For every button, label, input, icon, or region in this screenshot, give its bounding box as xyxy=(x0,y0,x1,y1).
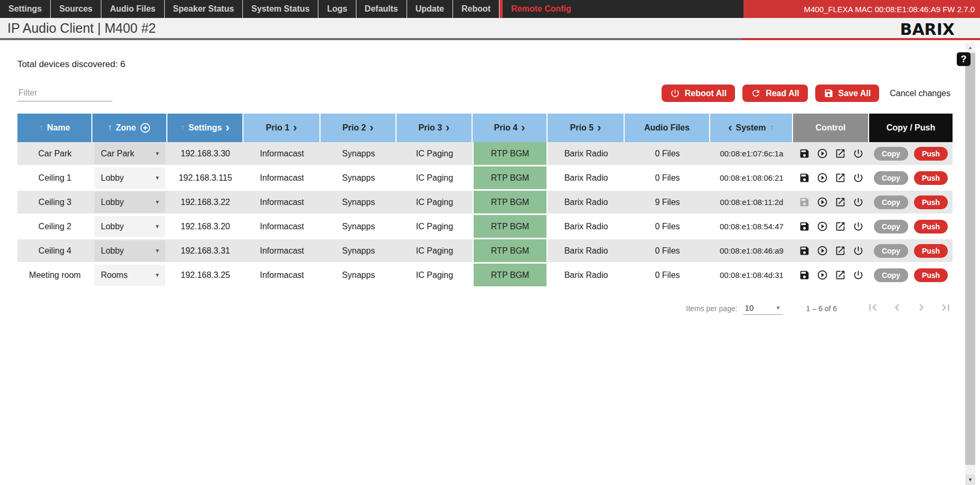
tab-speaker-status[interactable]: Speaker Status xyxy=(165,0,243,18)
copy-button[interactable]: Copy xyxy=(874,171,908,185)
play-icon-button[interactable] xyxy=(817,221,828,232)
zone-select[interactable]: Lobby ▼ xyxy=(95,240,165,262)
chevron-down-icon: ▼ xyxy=(155,175,160,181)
open-in-new-icon-button[interactable] xyxy=(835,221,846,232)
power-icon-button[interactable] xyxy=(853,197,864,208)
audio-files-cell: 0 Files xyxy=(625,142,710,165)
open-in-new-icon-button[interactable] xyxy=(835,269,846,281)
column-header-system[interactable]: ‹ System ↑ xyxy=(710,114,792,142)
device-name-cell: Car Park xyxy=(17,142,92,165)
prio4-cell: RTP BGM xyxy=(473,191,548,213)
page-scrollbar: ▲ ▼ xyxy=(965,42,975,485)
column-header-prio1-label: Prio 1 xyxy=(266,123,289,133)
zone-select[interactable]: Car Park ▼ xyxy=(95,143,165,164)
push-button[interactable]: Push xyxy=(914,220,948,234)
play-icon-button[interactable] xyxy=(817,245,828,256)
save-icon xyxy=(824,88,834,98)
column-header-name[interactable]: ↑ Name xyxy=(17,114,91,142)
zone-select[interactable]: Lobby ▼ xyxy=(95,216,165,237)
chevron-right-icon: › xyxy=(446,122,449,134)
tab-remote-config[interactable]: Remote Config xyxy=(500,0,580,18)
column-header-settings[interactable]: ↑ Settings › xyxy=(167,114,242,142)
play-icon-button[interactable] xyxy=(817,269,828,281)
open-in-new-icon-button[interactable] xyxy=(835,172,846,183)
prio5-cell: Barix Radio xyxy=(548,239,625,262)
save-icon-button[interactable] xyxy=(799,221,810,232)
prio3-cell: IC Paging xyxy=(397,166,473,189)
scrollbar-up-arrow[interactable]: ▲ xyxy=(965,42,975,53)
table-row: Car Park Car Park ▼ 192.168.3.30 Informa… xyxy=(17,142,953,166)
copy-button[interactable]: Copy xyxy=(874,195,908,209)
save-icon-button[interactable] xyxy=(799,172,810,183)
tab-update[interactable]: Update xyxy=(407,0,453,18)
play-icon-button[interactable] xyxy=(817,148,828,159)
read-all-button[interactable]: Read All xyxy=(742,85,807,102)
column-header-audio-files[interactable]: Audio Files xyxy=(625,114,709,142)
open-in-new-icon-button[interactable] xyxy=(835,245,846,256)
items-per-page-select[interactable]: 10 ▼ xyxy=(743,302,783,315)
push-button[interactable]: Push xyxy=(914,195,948,209)
zone-select[interactable]: Lobby ▼ xyxy=(95,192,165,213)
column-header-zone[interactable]: ↑ Zone xyxy=(92,114,166,142)
previous-page-button[interactable] xyxy=(890,301,904,316)
copy-button[interactable]: Copy xyxy=(874,147,908,161)
save-all-button[interactable]: Save All xyxy=(815,85,880,102)
tab-audio-files[interactable]: Audio Files xyxy=(101,0,164,18)
zone-value: Rooms xyxy=(101,271,128,280)
tab-defaults[interactable]: Defaults xyxy=(356,0,407,18)
next-page-button[interactable] xyxy=(915,301,928,316)
open-in-new-icon-button[interactable] xyxy=(835,197,846,208)
add-zone-button[interactable] xyxy=(139,122,151,134)
save-icon-button[interactable] xyxy=(799,269,810,281)
reboot-all-button[interactable]: Reboot All xyxy=(662,85,735,102)
push-button[interactable]: Push xyxy=(914,244,948,258)
scrollbar-thumb[interactable] xyxy=(965,53,975,465)
push-button[interactable]: Push xyxy=(914,171,948,185)
first-page-button[interactable] xyxy=(866,301,880,316)
device-ip-cell: 192.168.3.20 xyxy=(167,215,243,238)
save-icon-button[interactable] xyxy=(799,148,810,159)
power-icon-button[interactable] xyxy=(853,148,864,159)
copy-button[interactable]: Copy xyxy=(874,268,908,282)
tab-logs[interactable]: Logs xyxy=(318,0,356,18)
toolbar: Reboot All Read All Save All Cancel chan… xyxy=(17,85,980,102)
column-header-prio5[interactable]: Prio 5 › xyxy=(548,114,624,142)
filter-input[interactable] xyxy=(17,85,112,101)
power-icon-button[interactable] xyxy=(853,172,864,183)
prio3-cell: IC Paging xyxy=(397,215,473,238)
zone-select[interactable]: Rooms ▼ xyxy=(95,265,165,286)
tab-settings[interactable]: Settings xyxy=(0,0,51,18)
power-icon-button[interactable] xyxy=(853,245,864,256)
push-button[interactable]: Push xyxy=(914,147,948,161)
save-icon-button[interactable] xyxy=(799,245,810,256)
copy-button[interactable]: Copy xyxy=(874,244,908,258)
scrollbar-down-arrow[interactable]: ▼ xyxy=(965,474,975,485)
chevron-right-icon: › xyxy=(225,122,229,134)
power-icon-button[interactable] xyxy=(853,221,864,232)
column-header-prio1[interactable]: Prio 1 › xyxy=(243,114,319,142)
column-header-prio3[interactable]: Prio 3 › xyxy=(397,114,472,142)
push-button[interactable]: Push xyxy=(914,268,948,282)
tab-reboot[interactable]: Reboot xyxy=(453,0,500,18)
column-header-prio3-label: Prio 3 xyxy=(419,123,442,133)
action-buttons: Reboot All Read All Save All Cancel chan… xyxy=(662,85,950,102)
tab-system-status[interactable]: System Status xyxy=(243,0,318,18)
column-header-control-label: Control xyxy=(816,123,846,133)
power-icon-button[interactable] xyxy=(853,269,864,281)
tab-sources[interactable]: Sources xyxy=(51,0,101,18)
play-icon-button[interactable] xyxy=(817,197,828,208)
cancel-changes-button[interactable]: Cancel changes xyxy=(890,89,950,98)
play-icon-button[interactable] xyxy=(817,172,828,183)
prio5-cell: Barix Radio xyxy=(548,166,625,189)
copy-button[interactable]: Copy xyxy=(874,220,908,234)
save-icon-button[interactable] xyxy=(799,197,810,208)
zone-select[interactable]: Lobby ▼ xyxy=(95,167,165,189)
open-in-new-icon-button[interactable] xyxy=(835,148,846,159)
prio4-cell: RTP BGM xyxy=(473,239,548,262)
column-header-prio4[interactable]: Prio 4 › xyxy=(473,114,546,142)
pager-buttons xyxy=(866,301,953,316)
reboot-all-label: Reboot All xyxy=(685,89,727,98)
help-button[interactable]: ? xyxy=(957,52,970,66)
column-header-prio2[interactable]: Prio 2 › xyxy=(321,114,395,142)
last-page-button[interactable] xyxy=(939,301,953,316)
